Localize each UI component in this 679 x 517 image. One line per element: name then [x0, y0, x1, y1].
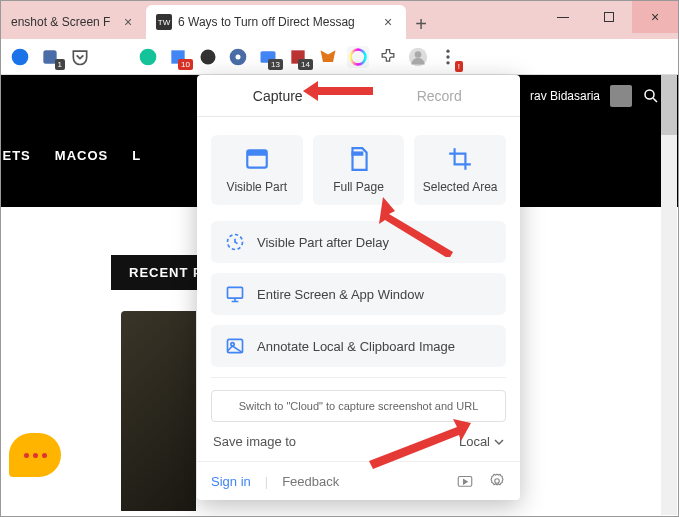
browser-tab-inactive[interactable]: enshot & Screen F × — [1, 5, 146, 39]
svg-point-4 — [201, 49, 216, 64]
nav-link[interactable]: DGETS — [0, 148, 31, 163]
scrollbar[interactable] — [661, 75, 677, 515]
chat-bubble-icon[interactable] — [9, 433, 61, 477]
annotate-button[interactable]: Annotate Local & Clipboard Image — [211, 325, 506, 367]
avatar[interactable] — [610, 85, 632, 107]
close-window-button[interactable]: × — [632, 1, 678, 33]
monitor-icon — [225, 284, 245, 304]
tab-title: 6 Ways to Turn off Direct Messag — [178, 15, 380, 29]
visible-part-button[interactable]: Visible Part — [211, 135, 303, 205]
svg-point-11 — [415, 51, 422, 58]
extension-icon[interactable]: 10 — [167, 46, 189, 68]
video-icon[interactable] — [456, 472, 474, 490]
svg-point-12 — [446, 49, 449, 52]
menu-icon[interactable]: ! — [437, 46, 459, 68]
svg-rect-20 — [228, 287, 243, 298]
svg-point-24 — [495, 479, 500, 484]
image-icon — [225, 336, 245, 356]
extensions-menu-icon[interactable] — [377, 46, 399, 68]
save-to-label: Save image to — [213, 434, 296, 449]
new-tab-button[interactable]: + — [406, 9, 436, 39]
svg-point-13 — [446, 55, 449, 58]
extension-toolbar: 1 10 13 14 ! — [1, 39, 678, 75]
entire-screen-button[interactable]: Entire Screen & App Window — [211, 273, 506, 315]
crop-icon — [447, 146, 473, 172]
visible-after-delay-button[interactable]: Visible Part after Delay — [211, 221, 506, 263]
svg-rect-18 — [351, 151, 363, 155]
article-thumbnail[interactable] — [121, 311, 196, 511]
selected-area-button[interactable]: Selected Area — [414, 135, 506, 205]
search-icon[interactable] — [642, 87, 660, 105]
gear-icon[interactable] — [488, 472, 506, 490]
extension-icon[interactable] — [197, 46, 219, 68]
pocket-icon[interactable] — [69, 46, 91, 68]
svg-point-15 — [645, 90, 654, 99]
svg-point-2 — [140, 48, 157, 65]
svg-point-6 — [236, 54, 241, 59]
tab-record[interactable]: Record — [359, 75, 521, 116]
author-name: rav Bidasaria — [530, 89, 600, 103]
tab-close-icon[interactable]: × — [120, 14, 136, 30]
profile-icon[interactable] — [407, 46, 429, 68]
nimbus-icon[interactable] — [347, 46, 369, 68]
page-icon — [346, 146, 372, 172]
minimize-button[interactable] — [540, 1, 586, 33]
full-page-button[interactable]: Full Page — [313, 135, 405, 205]
tab-capture[interactable]: Capture — [197, 75, 359, 116]
svg-rect-17 — [247, 150, 267, 155]
timer-icon — [225, 232, 245, 252]
maximize-button[interactable] — [586, 1, 632, 33]
grammarly-icon[interactable] — [137, 46, 159, 68]
feedback-link[interactable]: Feedback — [282, 474, 339, 489]
nimbus-popup: Capture Record Visible Part Full Page Se… — [197, 75, 520, 500]
extension-icon[interactable] — [227, 46, 249, 68]
svg-point-0 — [12, 48, 29, 65]
svg-point-14 — [446, 61, 449, 64]
extension-icon[interactable] — [9, 46, 31, 68]
tab-favicon: TW — [156, 14, 172, 30]
chevron-down-icon — [494, 437, 504, 447]
cloud-switch-button[interactable]: Switch to "Cloud" to capture screenshot … — [211, 390, 506, 422]
metamask-icon[interactable] — [317, 46, 339, 68]
nav-link[interactable]: L — [132, 148, 141, 163]
signin-link[interactable]: Sign in — [211, 474, 251, 489]
extension-icon[interactable]: 1 — [39, 46, 61, 68]
tab-title: enshot & Screen F — [11, 15, 120, 29]
extension-icon[interactable]: 13 — [257, 46, 279, 68]
svg-point-9 — [351, 49, 366, 64]
site-nav: DGETS MACOS L — [1, 148, 141, 163]
browser-tab-active[interactable]: TW 6 Ways to Turn off Direct Messag × — [146, 5, 406, 39]
tab-close-icon[interactable]: × — [380, 14, 396, 30]
save-destination-dropdown[interactable]: Local — [459, 434, 504, 449]
nav-link[interactable]: MACOS — [55, 148, 108, 163]
extension-icon[interactable]: 14 — [287, 46, 309, 68]
window-icon — [244, 146, 270, 172]
